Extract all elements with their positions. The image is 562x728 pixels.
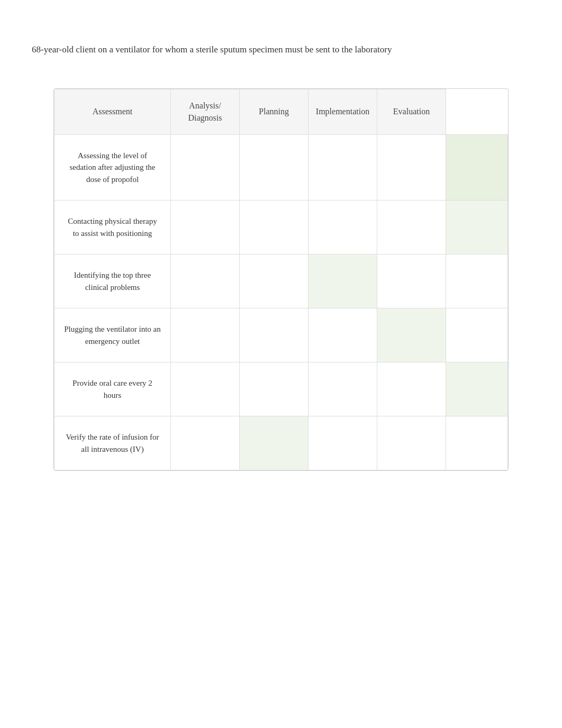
- cell-3-planning: [240, 308, 309, 362]
- header-planning: Planning: [240, 89, 309, 135]
- action-cell-3: Plugging the ventilator into an emergenc…: [55, 308, 171, 362]
- cell-4-4: [446, 362, 508, 416]
- cell-5-implementation: [309, 416, 377, 470]
- cell-1-implementation: [309, 201, 377, 254]
- cell-5-analysis: [171, 416, 240, 470]
- cell-0-4: [446, 134, 508, 201]
- table-row: Verify the rate of infusion for all intr…: [55, 416, 508, 470]
- cell-3-evaluation: [377, 308, 446, 362]
- cell-5-evaluation: [377, 416, 446, 470]
- table-row: Identifying the top three clinical probl…: [55, 254, 508, 308]
- cell-0-planning: [240, 134, 309, 201]
- cell-4-evaluation: [377, 362, 446, 416]
- action-cell-1: Contacting physical therapy to assist wi…: [55, 201, 171, 254]
- cell-3-4: [446, 308, 508, 362]
- nursing-process-table: Assessment Analysis/ Diagnosis Planning …: [54, 89, 508, 470]
- cell-2-planning: [240, 254, 309, 308]
- cell-1-analysis: [171, 201, 240, 254]
- cell-1-evaluation: [377, 201, 446, 254]
- cell-3-analysis: [171, 308, 240, 362]
- cell-4-planning: [240, 362, 309, 416]
- cell-2-implementation: [309, 254, 377, 308]
- cell-2-analysis: [171, 254, 240, 308]
- cell-0-implementation: [309, 134, 377, 201]
- cell-5-planning: [240, 416, 309, 470]
- main-table-container: Assessment Analysis/ Diagnosis Planning …: [53, 88, 509, 471]
- cell-0-evaluation: [377, 134, 446, 201]
- table-row: Contacting physical therapy to assist wi…: [55, 201, 508, 254]
- cell-1-4: [446, 201, 508, 254]
- action-cell-2: Identifying the top three clinical probl…: [55, 254, 171, 308]
- cell-4-implementation: [309, 362, 377, 416]
- header-implementation: Implementation: [309, 89, 377, 135]
- header-action: Assessment: [55, 89, 171, 135]
- action-cell-5: Verify the rate of infusion for all intr…: [55, 416, 171, 470]
- intro-paragraph: 68-year-old client on a ventilator for w…: [32, 42, 455, 57]
- cell-0-analysis: [171, 134, 240, 201]
- cell-2-evaluation: [377, 254, 446, 308]
- cell-5-4: [446, 416, 508, 470]
- table-row: Assessing the level of sedation after ad…: [55, 134, 508, 201]
- table-row: Plugging the ventilator into an emergenc…: [55, 308, 508, 362]
- action-cell-0: Assessing the level of sedation after ad…: [55, 134, 171, 201]
- cell-4-analysis: [171, 362, 240, 416]
- table-row: Provide oral care every 2 hours: [55, 362, 508, 416]
- cell-2-4: [446, 254, 508, 308]
- header-evaluation: Evaluation: [377, 89, 446, 135]
- cell-3-implementation: [309, 308, 377, 362]
- header-analysis: Analysis/ Diagnosis: [171, 89, 240, 135]
- action-cell-4: Provide oral care every 2 hours: [55, 362, 171, 416]
- cell-1-planning: [240, 201, 309, 254]
